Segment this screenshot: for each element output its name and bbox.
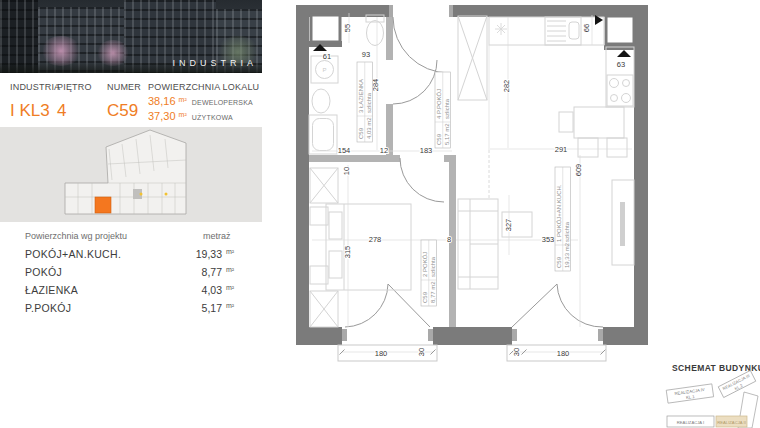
dim-label: 30 xyxy=(512,348,521,356)
dim-label: 291 xyxy=(555,145,568,154)
room-area: 19,33 m2 xyxy=(564,242,570,268)
dim-label: 55 xyxy=(343,24,352,32)
table-row: POKÓJ 8,77 m² xyxy=(0,264,262,282)
room-floor-type: szlichta xyxy=(444,98,450,119)
washer-label: P xyxy=(322,67,326,73)
room-label-hall: C59 4 P.POKÓJ 5,17 m2 szlichta xyxy=(435,72,451,148)
bedroom-furniture xyxy=(310,168,411,327)
dim-label: 66 xyxy=(582,24,591,32)
room-label-living: C59 1 POKÓJ+AN.KUCH. 19,33 m2 szlichta xyxy=(555,167,571,271)
dim-label: 8 xyxy=(447,235,451,244)
area-developer: 38,16 m² DEWELOPERSKA xyxy=(148,95,259,107)
room-area: 4,03 xyxy=(162,284,222,296)
sidebar: INDUSTRIA INDUSTRIA I KL3 PIĘTRO 4 NUMER… xyxy=(0,0,262,428)
room-label-bathroom: C59 3 ŁAZIENKA 4,03 m2 szlichta xyxy=(357,62,373,142)
dim-label: 327 xyxy=(504,219,513,232)
room-area-unit: m² xyxy=(226,284,234,291)
nightstand xyxy=(310,207,328,225)
dim-label: 180 xyxy=(375,349,388,358)
info-value: I KL3 xyxy=(10,101,60,121)
info-value: 4 xyxy=(57,101,92,121)
room-name: POKÓJ xyxy=(25,266,62,278)
chair xyxy=(578,138,598,157)
info-investment: INDUSTRIA I KL3 xyxy=(10,82,60,121)
dim-label: 154 xyxy=(338,146,351,155)
dim-label: 180 xyxy=(557,349,570,358)
room-name: 4 P.POKÓJ xyxy=(436,89,442,119)
washbasin xyxy=(312,89,330,113)
chair xyxy=(559,112,573,132)
room-area: 19,33 xyxy=(162,248,222,260)
entry-arrow xyxy=(617,50,631,57)
building-schema: SCHEMAT BUDYNKU REALIZACJA IV KL.1 REALI… xyxy=(666,363,760,428)
brand-logo: INDUSTRIA xyxy=(172,58,257,68)
areas-table-header: Powierzchnia wg projektu metraż xyxy=(0,222,262,246)
dim-label: 609 xyxy=(574,164,583,177)
areas-header-left: Powierzchnia wg projektu xyxy=(25,231,127,241)
room-code: C59 xyxy=(422,291,428,303)
room-name: 3 ŁAZIENKA xyxy=(358,79,364,113)
areas-table: Powierzchnia wg projektu metraż POKÓJ+AN… xyxy=(0,222,262,318)
room-name: 1 POKÓJ+AN.KUCH. xyxy=(556,184,562,242)
tree-blossom xyxy=(40,36,82,66)
dim-label: 93 xyxy=(362,50,370,59)
room-area: 5,17 m2 xyxy=(444,123,450,145)
info-floor: PIĘTRO 4 xyxy=(57,82,92,121)
room-code: C59 xyxy=(436,133,442,145)
room-area: 4,03 m2 xyxy=(366,117,372,139)
toilet xyxy=(367,21,384,46)
dim-label: 10 xyxy=(342,167,351,175)
area-usable: 37,30 m² UŻYTKOWA xyxy=(148,110,259,122)
bathtub xyxy=(309,115,337,154)
room-floor-type: szlichta xyxy=(366,92,372,113)
dining-table xyxy=(574,107,624,138)
schema-block-realizacja-ii[interactable]: REALIZACJA II xyxy=(716,416,747,427)
bed xyxy=(326,204,411,290)
schema-block-label: REALIZACJA I xyxy=(677,420,704,425)
pillow xyxy=(329,212,342,239)
info-number: NUMER C59 xyxy=(107,82,141,121)
room-name: P.POKÓJ xyxy=(25,302,71,314)
room-area: 8,77 m2 xyxy=(430,281,436,303)
schema-block-realizacja-iv[interactable]: REALIZACJA IV KL.1 xyxy=(666,384,713,403)
nightstand xyxy=(310,266,328,284)
dim-label: 353 xyxy=(542,235,555,244)
schema-title: SCHEMAT BUDYNKU xyxy=(672,363,760,373)
dim-label: 30 xyxy=(417,348,426,356)
shaft-box xyxy=(311,15,340,42)
room-floor-type: szlichta xyxy=(564,221,570,242)
dim-label: 282 xyxy=(502,80,511,93)
info-label: NUMER xyxy=(107,82,141,92)
floor-overview-map[interactable] xyxy=(0,127,262,222)
schema-block-realizacja-i[interactable]: REALIZACJA I xyxy=(667,416,714,427)
room-area: 8,77 xyxy=(162,266,222,278)
room-area-unit: m² xyxy=(226,248,234,255)
room-area-unit: m² xyxy=(226,302,234,309)
unit-info-bar: INDUSTRIA I KL3 PIĘTRO 4 NUMER C59 POWIE… xyxy=(0,73,262,127)
table-row: P.POKÓJ 5,17 m² xyxy=(0,300,262,318)
marker-dot xyxy=(140,193,143,196)
room-floor-type: szlichta xyxy=(430,256,436,277)
hall-wardrobe xyxy=(458,16,487,100)
info-label: PIĘTRO xyxy=(57,82,92,92)
floor-plan: P xyxy=(262,0,760,428)
dim-label: 63 xyxy=(617,60,625,69)
ceiling-light-icon xyxy=(495,23,507,35)
dim-label: 278 xyxy=(369,235,382,244)
table-row: ŁAZIENKA 4,03 m² xyxy=(0,282,262,300)
info-label: INDUSTRIA xyxy=(10,82,60,92)
room-name: 2 POKÓJ xyxy=(422,252,428,277)
areas-header-right: metraż xyxy=(203,231,231,241)
info-area: POWIERZCHNIA LOKALU 38,16 m² DEWELOPERSK… xyxy=(148,82,259,122)
dim-label: 12 xyxy=(380,146,388,155)
room-code: C59 xyxy=(358,127,364,139)
room-area: 5,17 xyxy=(162,302,222,314)
room-name: ŁAZIENKA xyxy=(25,284,78,296)
building-photo: INDUSTRIA xyxy=(0,0,262,73)
info-value: C59 xyxy=(107,101,141,121)
selected-unit-highlight[interactable] xyxy=(95,197,111,213)
dim-label: 315 xyxy=(343,246,352,259)
dim-label: 183 xyxy=(420,146,433,155)
floor-overview-panel xyxy=(0,127,262,222)
chair xyxy=(607,138,627,157)
